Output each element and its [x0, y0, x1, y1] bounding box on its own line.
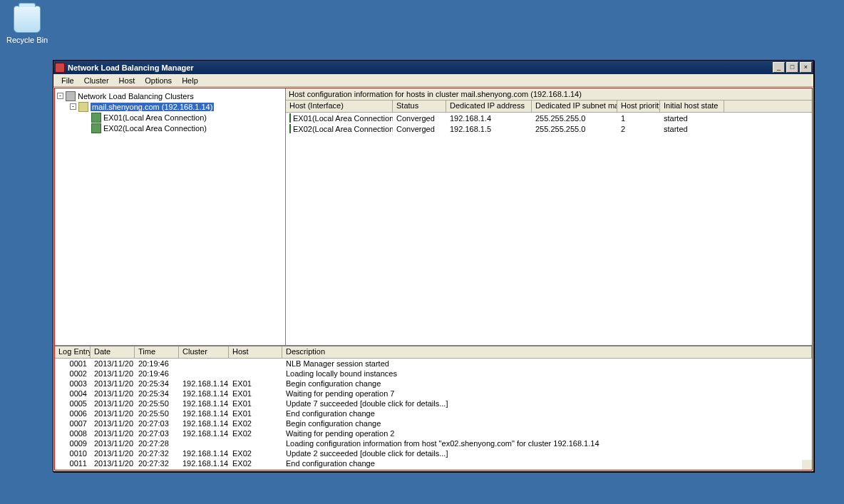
- log-time: 20:19:46: [135, 369, 179, 378]
- host-icon: [91, 113, 101, 123]
- titlebar[interactable]: Network Load Balancing Manager _ □ ×: [53, 61, 813, 74]
- menu-cluster[interactable]: Cluster: [79, 75, 114, 86]
- log-description: NLB Manager session started: [282, 359, 812, 368]
- col-log-cluster[interactable]: Cluster: [179, 346, 229, 358]
- content-area: - Network Load Balancing Clusters - mail…: [54, 88, 813, 470]
- log-entry: 0004: [55, 389, 91, 398]
- log-panel: Log Entry Date Time Cluster Host Descrip…: [55, 345, 812, 470]
- host-row[interactable]: EX02(Local Area Connection)Converged192.…: [286, 123, 812, 134]
- log-row[interactable]: 00052013/11/2020:25:50192.168.1.14EX01Up…: [55, 398, 812, 408]
- host-priority: 2: [617, 125, 660, 133]
- tree-cluster[interactable]: - mail.shenyong.com (192.168.1.14): [57, 101, 283, 112]
- log-entry: 0003: [55, 379, 91, 388]
- log-entry: 0007: [55, 419, 91, 428]
- log-column-headers[interactable]: Log Entry Date Time Cluster Host Descrip…: [55, 346, 812, 359]
- minus-icon[interactable]: -: [57, 93, 63, 99]
- col-log-time[interactable]: Time: [135, 346, 179, 358]
- log-row[interactable]: 00072013/11/2020:27:03192.168.1.14EX02Be…: [55, 418, 812, 428]
- col-status[interactable]: Status: [393, 101, 446, 112]
- log-date: 2013/11/20: [91, 429, 135, 438]
- log-entry: 0009: [55, 439, 91, 448]
- nlb-manager-window: Network Load Balancing Manager _ □ × Fil…: [53, 60, 814, 472]
- log-entry: 0005: [55, 399, 91, 408]
- log-row[interactable]: 00062013/11/2020:25:50192.168.1.14EX01En…: [55, 408, 812, 418]
- col-init-state[interactable]: Initial host state: [660, 101, 724, 112]
- host-priority: 1: [617, 114, 660, 123]
- host-status: Converged: [393, 125, 446, 133]
- tree-root[interactable]: - Network Load Balancing Clusters: [57, 91, 283, 101]
- tree-root-label: Network Load Balancing Clusters: [78, 92, 194, 101]
- log-row[interactable]: 00012013/11/2020:19:46NLB Manager sessio…: [55, 359, 812, 369]
- log-time: 20:25:50: [135, 409, 179, 418]
- log-entry: 0006: [55, 409, 91, 418]
- menu-file[interactable]: File: [56, 75, 79, 86]
- log-rows[interactable]: 00012013/11/2020:19:46NLB Manager sessio…: [55, 359, 812, 470]
- log-date: 2013/11/20: [91, 419, 135, 428]
- col-subnet[interactable]: Dedicated IP subnet mask: [532, 101, 617, 112]
- minimize-button[interactable]: _: [773, 62, 785, 73]
- log-date: 2013/11/20: [91, 389, 135, 398]
- log-host: EX01: [229, 409, 282, 418]
- log-cluster: 192.168.1.14: [179, 419, 229, 428]
- log-description: Loading configuration information from h…: [282, 439, 812, 448]
- tree-host-1[interactable]: EX01(Local Area Connection): [57, 112, 283, 123]
- host-subnet: 255.255.255.0: [532, 114, 617, 123]
- maximize-button[interactable]: □: [786, 62, 798, 73]
- log-time: 20:25:34: [135, 389, 179, 398]
- log-time: 20:25:50: [135, 399, 179, 408]
- log-row[interactable]: 00032013/11/2020:25:34192.168.1.14EX01Be…: [55, 379, 812, 389]
- log-row[interactable]: 00022013/11/2020:19:46Loading locally bo…: [55, 369, 812, 379]
- host-dedicated-ip: 192.168.1.5: [446, 125, 532, 133]
- log-date: 2013/11/20: [91, 409, 135, 418]
- clusters-root-icon: [66, 91, 76, 101]
- col-dedicated-ip[interactable]: Dedicated IP address: [446, 101, 532, 112]
- log-row[interactable]: 00112013/11/2020:27:32192.168.1.14EX02En…: [55, 458, 812, 468]
- col-log-host[interactable]: Host: [229, 346, 282, 358]
- host-column-headers[interactable]: Host (Interface) Status Dedicated IP add…: [286, 101, 812, 113]
- host-rows: EX01(Local Area Connection)Converged192.…: [286, 113, 812, 134]
- log-cluster: 192.168.1.14: [179, 379, 229, 388]
- close-button[interactable]: ×: [800, 62, 812, 73]
- log-cluster: 192.168.1.14: [179, 399, 229, 408]
- log-host: EX01: [229, 399, 282, 408]
- log-entry: 0001: [55, 359, 91, 368]
- log-row[interactable]: 00042013/11/2020:25:34192.168.1.14EX01Wa…: [55, 389, 812, 398]
- host-row[interactable]: EX01(Local Area Connection)Converged192.…: [286, 113, 812, 123]
- log-time: 20:19:46: [135, 359, 179, 368]
- log-description: End configuration change: [282, 459, 812, 468]
- host-dedicated-ip: 192.168.1.4: [446, 114, 532, 123]
- col-interface[interactable]: Host (Interface): [286, 101, 393, 112]
- log-row[interactable]: 00102013/11/2020:27:32192.168.1.14EX02Up…: [55, 448, 812, 458]
- menu-options[interactable]: Options: [140, 75, 177, 86]
- col-priority[interactable]: Host priority: [617, 101, 660, 112]
- cluster-icon: [78, 102, 88, 112]
- menu-host[interactable]: Host: [114, 75, 140, 86]
- log-time: 20:27:32: [135, 459, 179, 468]
- window-title: Network Load Balancing Manager: [68, 63, 773, 72]
- log-host: EX02: [229, 459, 282, 468]
- recycle-bin[interactable]: Recycle Bin: [6, 6, 48, 44]
- col-log-desc[interactable]: Description: [282, 346, 812, 358]
- minus-icon[interactable]: -: [70, 103, 76, 110]
- log-date: 2013/11/20: [91, 399, 135, 408]
- menu-help[interactable]: Help: [177, 75, 203, 86]
- log-host: EX01: [229, 389, 282, 398]
- log-description: Loading locally bound instances: [282, 369, 812, 378]
- log-row[interactable]: 00092013/11/2020:27:28Loading configurat…: [55, 438, 812, 448]
- tree-host-2[interactable]: EX02(Local Area Connection): [57, 123, 283, 133]
- log-time: 20:25:34: [135, 379, 179, 388]
- cluster-tree[interactable]: - Network Load Balancing Clusters - mail…: [55, 88, 286, 345]
- resize-grip[interactable]: [802, 460, 812, 470]
- col-log-entry[interactable]: Log Entry: [55, 346, 91, 358]
- col-log-date[interactable]: Date: [91, 346, 135, 358]
- host-interface: EX02(Local Area Connection): [293, 125, 393, 133]
- host-interface: EX01(Local Area Connection): [293, 114, 393, 123]
- log-row[interactable]: 00082013/11/2020:27:03192.168.1.14EX02Wa…: [55, 428, 812, 438]
- log-date: 2013/11/20: [91, 439, 135, 448]
- log-entry: 0002: [55, 369, 91, 378]
- log-date: 2013/11/20: [91, 369, 135, 378]
- log-entry: 0011: [55, 459, 91, 468]
- host-init-state: started: [660, 125, 724, 133]
- host-subnet: 255.255.255.0: [532, 125, 617, 133]
- tree-host2-label: EX02(Local Area Connection): [103, 124, 207, 133]
